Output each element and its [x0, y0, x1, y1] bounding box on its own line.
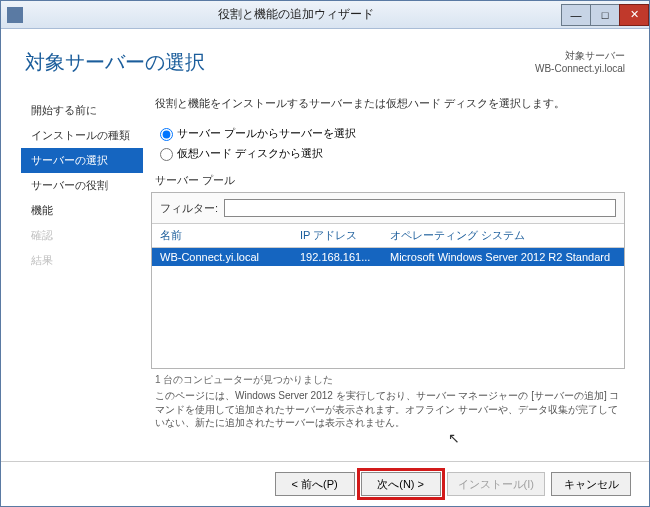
minimize-button[interactable]: — [561, 4, 591, 26]
sidebar-item-confirm: 確認 [1, 223, 151, 248]
radio-server-pool-input[interactable] [160, 128, 173, 141]
radio-vhd-input[interactable] [160, 148, 173, 161]
content-area: 対象サーバーの選択 対象サーバー WB-Connect.yi.local 開始す… [1, 29, 649, 506]
sidebar-item-install-type[interactable]: インストールの種類 [1, 123, 151, 148]
cancel-button[interactable]: キャンセル [551, 472, 631, 496]
server-pool-box: フィルター: 名前 IP アドレス オペレーティング システム WB-Conne… [151, 192, 625, 369]
col-ip-header[interactable]: IP アドレス [300, 228, 390, 243]
col-name-header[interactable]: 名前 [160, 228, 300, 243]
table-header: 名前 IP アドレス オペレーティング システム [152, 223, 624, 248]
help-text: このページには、Windows Server 2012 を実行しており、サーバー… [155, 389, 625, 430]
button-bar: < 前へ(P) 次へ(N) > インストール(I) キャンセル [1, 461, 649, 506]
window-controls: — □ ✕ [562, 4, 649, 26]
titlebar: 役割と機能の追加ウィザード — □ ✕ [1, 1, 649, 29]
radio-server-pool-label: サーバー プールからサーバーを選択 [177, 126, 356, 141]
filter-label: フィルター: [160, 201, 218, 216]
target-info: 対象サーバー WB-Connect.yi.local [535, 49, 625, 76]
radio-vhd[interactable]: 仮想ハード ディスクから選択 [155, 145, 625, 161]
sidebar-item-server-selection[interactable]: サーバーの選択 [21, 148, 143, 173]
body-row: 開始する前に インストールの種類 サーバーの選択 サーバーの役割 機能 確認 結… [1, 90, 649, 461]
sidebar-item-server-roles[interactable]: サーバーの役割 [1, 173, 151, 198]
sidebar-item-results: 結果 [1, 248, 151, 273]
maximize-button[interactable]: □ [590, 4, 620, 26]
cell-name: WB-Connect.yi.local [160, 251, 300, 263]
server-pool-label: サーバー プール [155, 173, 625, 188]
cell-os: Microsoft Windows Server 2012 R2 Standar… [390, 251, 616, 263]
instruction-text: 役割と機能をインストールするサーバーまたは仮想ハード ディスクを選択します。 [155, 96, 625, 111]
table-row[interactable]: WB-Connect.yi.local 192.168.161... Micro… [152, 248, 624, 266]
radio-server-pool[interactable]: サーバー プールからサーバーを選択 [155, 125, 625, 141]
wizard-window: 役割と機能の追加ウィザード — □ ✕ 対象サーバーの選択 対象サーバー WB-… [0, 0, 650, 507]
install-button: インストール(I) [447, 472, 545, 496]
filter-input[interactable] [224, 199, 616, 217]
radio-vhd-label: 仮想ハード ディスクから選択 [177, 146, 323, 161]
header-row: 対象サーバーの選択 対象サーバー WB-Connect.yi.local [1, 29, 649, 90]
sidebar: 開始する前に インストールの種類 サーバーの選択 サーバーの役割 機能 確認 結… [1, 90, 151, 461]
next-button[interactable]: 次へ(N) > [361, 472, 441, 496]
sidebar-item-before-begin[interactable]: 開始する前に [1, 98, 151, 123]
prev-button[interactable]: < 前へ(P) [275, 472, 355, 496]
target-name: WB-Connect.yi.local [535, 63, 625, 74]
page-title: 対象サーバーの選択 [25, 49, 535, 76]
count-text: 1 台のコンピューターが見つかりました [155, 373, 625, 387]
target-label: 対象サーバー [535, 49, 625, 63]
app-icon [7, 7, 23, 23]
close-button[interactable]: ✕ [619, 4, 649, 26]
sidebar-item-features[interactable]: 機能 [1, 198, 151, 223]
filter-row: フィルター: [152, 193, 624, 223]
table-body: WB-Connect.yi.local 192.168.161... Micro… [152, 248, 624, 368]
main-panel: 役割と機能をインストールするサーバーまたは仮想ハード ディスクを選択します。 サ… [151, 90, 649, 461]
window-title: 役割と機能の追加ウィザード [29, 6, 562, 23]
col-os-header[interactable]: オペレーティング システム [390, 228, 616, 243]
cell-ip: 192.168.161... [300, 251, 390, 263]
